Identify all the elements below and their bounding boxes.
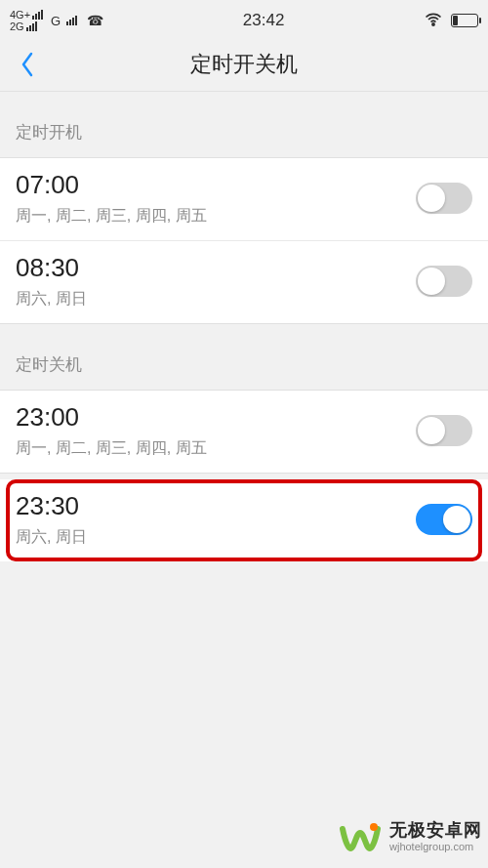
toggle-power-off-0[interactable] — [416, 415, 472, 446]
status-time: 23:42 — [103, 11, 424, 30]
signal-bars-3-icon — [66, 16, 77, 25]
schedule-time: 08:30 — [16, 253, 87, 283]
schedule-info: 23:00 周一, 周二, 周三, 周四, 周五 — [16, 402, 207, 459]
status-bar: 4G+ 2G G 23:42 — [0, 0, 488, 37]
toggle-power-on-0[interactable] — [416, 183, 472, 214]
screen: 4G+ 2G G 23:42 定时开关机 定时开机 — [0, 0, 488, 868]
schedule-time: 23:00 — [16, 402, 207, 433]
phone-icon — [87, 13, 103, 28]
network-label-1: 4G+ — [10, 9, 30, 21]
highlighted-row-wrap: 23:30 周六, 周日 — [0, 479, 488, 561]
schedule-row-power-on-0[interactable]: 07:00 周一, 周二, 周三, 周四, 周五 — [0, 157, 488, 240]
watermark: 无极安卓网 wjhotelgroup.com — [339, 815, 482, 858]
signal-bars-2-icon — [26, 21, 37, 31]
network-label-2: 2G — [10, 21, 24, 32]
signal-bars-1-icon — [32, 10, 43, 20]
wifi-icon — [424, 10, 443, 32]
watermark-subtitle: wjhotelgroup.com — [389, 841, 482, 853]
schedule-info: 23:30 周六, 周日 — [16, 491, 87, 548]
schedule-row-power-off-0[interactable]: 23:00 周一, 周二, 周三, 周四, 周五 — [0, 390, 488, 474]
schedule-info: 08:30 周六, 周日 — [16, 253, 87, 310]
network-indicators: 4G+ 2G — [10, 9, 43, 32]
schedule-row-power-on-1[interactable]: 08:30 周六, 周日 — [0, 240, 488, 324]
watermark-text: 无极安卓网 wjhotelgroup.com — [389, 820, 482, 852]
svg-point-1 — [370, 823, 378, 831]
schedule-days: 周一, 周二, 周三, 周四, 周五 — [16, 438, 207, 459]
toggle-power-on-1[interactable] — [416, 266, 472, 297]
chevron-left-icon — [20, 51, 35, 78]
status-right — [424, 10, 478, 32]
battery-icon — [451, 14, 478, 27]
schedule-days: 周一, 周二, 周三, 周四, 周五 — [16, 206, 207, 227]
section-header-power-off: 定时关机 — [0, 324, 488, 390]
schedule-info: 07:00 周一, 周二, 周三, 周四, 周五 — [16, 170, 207, 227]
watermark-title: 无极安卓网 — [389, 820, 482, 841]
schedule-time: 23:30 — [16, 491, 87, 521]
toggle-power-off-1[interactable] — [416, 504, 472, 535]
schedule-row-power-off-1[interactable]: 23:30 周六, 周日 — [0, 479, 488, 561]
nav-bar: 定时开关机 — [0, 37, 488, 92]
schedule-days: 周六, 周日 — [16, 289, 87, 310]
svg-point-0 — [432, 22, 434, 24]
back-button[interactable] — [8, 37, 47, 91]
network-label-3: G — [51, 14, 61, 28]
section-header-power-on: 定时开机 — [0, 92, 488, 157]
watermark-logo-icon — [339, 815, 382, 858]
status-left: 4G+ 2G G — [10, 9, 103, 32]
schedule-days: 周六, 周日 — [16, 527, 87, 548]
page-title: 定时开关机 — [190, 50, 298, 79]
schedule-time: 07:00 — [16, 170, 207, 200]
